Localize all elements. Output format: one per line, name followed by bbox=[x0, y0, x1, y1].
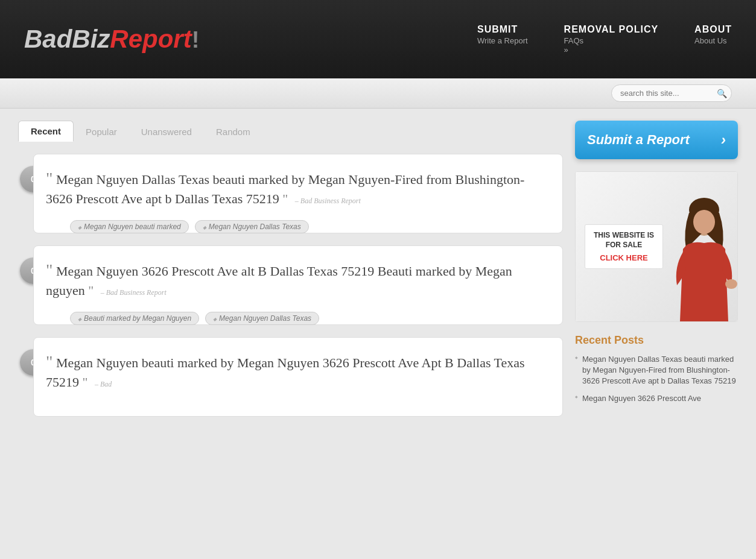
tag-1-2[interactable]: Megan Nguyen Dallas Texas bbox=[195, 220, 309, 233]
search-container: 🔍 bbox=[611, 84, 732, 102]
recent-posts-section: Recent Posts Megan Nguyen Dallas Texas b… bbox=[575, 334, 738, 404]
post-source-3: – Bad bbox=[95, 380, 112, 388]
ad-for-sale-line2: FOR SALE bbox=[606, 241, 643, 249]
tab-recent[interactable]: Recent bbox=[18, 121, 74, 142]
search-bar: 🔍 bbox=[0, 78, 756, 109]
recent-post-item-1[interactable]: Megan Nguyen Dallas Texas beauti marked … bbox=[575, 354, 738, 387]
submit-arrow-icon: › bbox=[721, 131, 726, 148]
submit-report-label: Submit a Report bbox=[587, 132, 690, 148]
tag-1-1[interactable]: Megan Nguyen beauti marked bbox=[70, 220, 189, 233]
submit-report-button[interactable]: Submit a Report › bbox=[575, 121, 738, 159]
post-card-3: " Megan Nguyen beauti marked by Megan Ng… bbox=[33, 337, 563, 417]
search-icon[interactable]: 🔍 bbox=[717, 89, 727, 98]
svg-point-2 bbox=[693, 210, 715, 234]
nav-removal-extra: » bbox=[564, 45, 659, 54]
nav-about[interactable]: ABOUT About Us bbox=[694, 24, 732, 45]
post-source-1: – Bad Business Report bbox=[295, 197, 361, 205]
post-tags-2: Beauti marked by Megan Nguyen Megan Nguy… bbox=[70, 312, 319, 325]
logo[interactable]: BadBizReport! bbox=[24, 25, 477, 54]
ad-woman-figure bbox=[659, 183, 737, 321]
sidebar: Submit a Report › THIS WEBSITE IS FOR SA… bbox=[575, 121, 738, 429]
post-text-3[interactable]: " Megan Nguyen beauti marked by Megan Ng… bbox=[46, 350, 550, 392]
nav-about-title: ABOUT bbox=[694, 24, 732, 35]
tab-popular[interactable]: Popular bbox=[74, 122, 129, 142]
nav-submit[interactable]: SUBMIT Write a Report bbox=[477, 24, 528, 45]
nav-submit-title: SUBMIT bbox=[477, 24, 528, 35]
quote-open-3: " bbox=[46, 352, 52, 371]
tag-2-2[interactable]: Megan Nguyen Dallas Texas bbox=[205, 312, 319, 325]
recent-posts-title: Recent Posts bbox=[575, 334, 738, 347]
post-wrapper-3: 0 " Megan Nguyen beauti marked by Megan … bbox=[33, 337, 563, 417]
ad-content: THIS WEBSITE IS FOR SALE CLICK HERE bbox=[576, 172, 737, 321]
post-body-3: Megan Nguyen beauti marked by Megan Nguy… bbox=[46, 355, 525, 390]
quote-open-1: " bbox=[46, 169, 52, 188]
nav-submit-sub: Write a Report bbox=[477, 36, 528, 45]
logo-bang: ! bbox=[192, 27, 200, 52]
nav-about-sub: About Us bbox=[694, 36, 732, 45]
main-content: Recent Popular Unanswered Random 0 " Meg… bbox=[0, 109, 756, 441]
recent-post-item-2[interactable]: Megan Nguyen 3626 Prescott Ave bbox=[575, 393, 738, 404]
logo-bad: BadBiz bbox=[24, 25, 110, 53]
main-nav: SUBMIT Write a Report REMOVAL POLICY FAQ… bbox=[477, 24, 732, 54]
post-text-1[interactable]: " Megan Nguyen Dallas Texas beauti marke… bbox=[46, 166, 550, 209]
post-wrapper-1: 0 " Megan Nguyen Dallas Texas beauti mar… bbox=[33, 154, 563, 233]
tag-2-1[interactable]: Beauti marked by Megan Nguyen bbox=[70, 312, 199, 325]
nav-removal-sub: FAQs bbox=[564, 36, 659, 45]
quote-open-2: " bbox=[46, 261, 52, 279]
recent-posts-list: Megan Nguyen Dallas Texas beauti marked … bbox=[575, 354, 738, 404]
post-card-2: " Megan Nguyen 3626 Prescott Ave alt B D… bbox=[33, 245, 563, 325]
ad-click-here[interactable]: CLICK HERE bbox=[592, 253, 655, 262]
quote-close-3: " bbox=[83, 374, 88, 390]
quote-close-1: " bbox=[282, 191, 288, 206]
tabs-bar: Recent Popular Unanswered Random bbox=[18, 121, 563, 142]
post-text-2[interactable]: " Megan Nguyen 3626 Prescott Ave alt B D… bbox=[46, 258, 550, 300]
tab-unanswered[interactable]: Unanswered bbox=[129, 122, 204, 142]
content-area: Recent Popular Unanswered Random 0 " Meg… bbox=[18, 121, 563, 429]
post-tags-1: Megan Nguyen beauti marked Megan Nguyen … bbox=[70, 220, 309, 233]
nav-removal-policy[interactable]: REMOVAL POLICY FAQs » bbox=[564, 24, 659, 54]
post-source-2: – Bad Business Report bbox=[101, 288, 167, 297]
ad-text-box: THIS WEBSITE IS FOR SALE CLICK HERE bbox=[585, 224, 663, 269]
ad-for-sale-line1: THIS WEBSITE IS bbox=[594, 231, 654, 239]
post-wrapper-2: 0 " Megan Nguyen 3626 Prescott Ave alt B… bbox=[33, 245, 563, 325]
svg-point-3 bbox=[725, 279, 737, 289]
advertisement-box[interactable]: THIS WEBSITE IS FOR SALE CLICK HERE bbox=[575, 171, 738, 322]
post-card-1: " Megan Nguyen Dallas Texas beauti marke… bbox=[33, 154, 563, 233]
logo-report: Report bbox=[110, 25, 191, 53]
quote-close-2: " bbox=[88, 283, 94, 298]
tab-random[interactable]: Random bbox=[204, 122, 262, 142]
nav-removal-title: REMOVAL POLICY bbox=[564, 24, 659, 35]
ad-for-sale-text: THIS WEBSITE IS FOR SALE bbox=[592, 231, 655, 250]
header: BadBizReport! SUBMIT Write a Report REMO… bbox=[0, 0, 756, 78]
search-input[interactable] bbox=[611, 84, 732, 102]
